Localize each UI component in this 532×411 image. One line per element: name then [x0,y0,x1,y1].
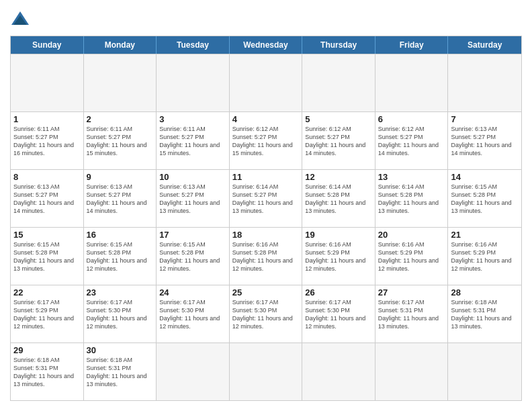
table-row: 13Sunrise: 6:14 AM Sunset: 5:28 PM Dayli… [375,170,449,227]
calendar-week-3: 15Sunrise: 6:15 AM Sunset: 5:28 PM Dayli… [11,227,521,285]
day-number: 13 [378,172,445,182]
day-info: Sunrise: 6:17 AM Sunset: 5:30 PM Dayligh… [159,298,226,331]
table-row: 25Sunrise: 6:17 AM Sunset: 5:30 PM Dayli… [230,285,303,342]
day-number: 20 [378,230,445,240]
day-info: Sunrise: 6:16 AM Sunset: 5:28 PM Dayligh… [232,240,300,273]
table-row: 9Sunrise: 6:13 AM Sunset: 5:27 PM Daylig… [84,170,157,227]
table-row [84,54,157,111]
table-row [11,54,84,111]
table-row: 21Sunrise: 6:16 AM Sunset: 5:29 PM Dayli… [448,228,521,285]
logo [10,10,33,30]
day-info: Sunrise: 6:11 AM Sunset: 5:27 PM Dayligh… [87,125,154,158]
day-info: Sunrise: 6:15 AM Sunset: 5:28 PM Dayligh… [13,240,81,273]
table-row [302,343,375,400]
day-number: 2 [87,114,154,124]
table-row [375,343,449,400]
day-info: Sunrise: 6:15 AM Sunset: 5:28 PM Dayligh… [451,183,519,216]
header-thursday: Thursday [302,36,375,54]
table-row: 28Sunrise: 6:18 AM Sunset: 5:31 PM Dayli… [448,285,521,342]
calendar-body: 1Sunrise: 6:11 AM Sunset: 5:27 PM Daylig… [11,54,521,400]
day-number: 29 [13,345,81,355]
day-info: Sunrise: 6:11 AM Sunset: 5:27 PM Dayligh… [159,125,226,158]
day-number: 3 [159,114,226,124]
table-row: 19Sunrise: 6:16 AM Sunset: 5:29 PM Dayli… [302,228,375,285]
day-number: 27 [378,287,445,298]
calendar-week-5: 29Sunrise: 6:18 AM Sunset: 5:31 PM Dayli… [11,342,521,400]
table-row: 20Sunrise: 6:16 AM Sunset: 5:29 PM Dayli… [375,228,449,285]
day-number: 15 [13,230,81,240]
day-info: Sunrise: 6:16 AM Sunset: 5:29 PM Dayligh… [451,240,519,273]
table-row: 7Sunrise: 6:13 AM Sunset: 5:27 PM Daylig… [448,112,521,169]
calendar-week-4: 22Sunrise: 6:17 AM Sunset: 5:29 PM Dayli… [11,285,521,342]
day-info: Sunrise: 6:18 AM Sunset: 5:31 PM Dayligh… [87,356,154,389]
day-number: 8 [13,172,81,182]
table-row: 2Sunrise: 6:11 AM Sunset: 5:27 PM Daylig… [84,112,157,169]
table-row [375,54,449,111]
table-row [302,54,375,111]
day-number: 21 [451,230,519,240]
table-row: 5Sunrise: 6:12 AM Sunset: 5:27 PM Daylig… [302,112,375,169]
table-row [157,54,230,111]
table-row: 24Sunrise: 6:17 AM Sunset: 5:30 PM Dayli… [157,285,230,342]
day-number: 12 [305,172,372,182]
header-monday: Monday [84,36,157,54]
table-row: 27Sunrise: 6:17 AM Sunset: 5:31 PM Dayli… [375,285,449,342]
day-number: 24 [159,287,226,298]
day-number: 1 [13,114,81,124]
day-number: 9 [87,172,154,182]
table-row: 26Sunrise: 6:17 AM Sunset: 5:30 PM Dayli… [302,285,375,342]
day-number: 25 [232,287,300,298]
day-info: Sunrise: 6:14 AM Sunset: 5:27 PM Dayligh… [232,183,300,216]
day-info: Sunrise: 6:11 AM Sunset: 5:27 PM Dayligh… [13,125,81,158]
day-number: 4 [232,114,300,124]
day-info: Sunrise: 6:16 AM Sunset: 5:29 PM Dayligh… [378,240,445,273]
day-info: Sunrise: 6:13 AM Sunset: 5:27 PM Dayligh… [13,183,81,216]
table-row: 4Sunrise: 6:12 AM Sunset: 5:27 PM Daylig… [230,112,303,169]
calendar-week-1: 1Sunrise: 6:11 AM Sunset: 5:27 PM Daylig… [11,111,521,169]
table-row [157,343,230,400]
day-info: Sunrise: 6:17 AM Sunset: 5:31 PM Dayligh… [378,298,445,331]
day-info: Sunrise: 6:18 AM Sunset: 5:31 PM Dayligh… [451,298,519,331]
calendar: Sunday Monday Tuesday Wednesday Thursday… [10,36,522,401]
table-row: 18Sunrise: 6:16 AM Sunset: 5:28 PM Dayli… [230,228,303,285]
day-number: 5 [305,114,372,124]
table-row: 17Sunrise: 6:15 AM Sunset: 5:28 PM Dayli… [157,228,230,285]
day-info: Sunrise: 6:17 AM Sunset: 5:30 PM Dayligh… [87,298,154,331]
day-info: Sunrise: 6:12 AM Sunset: 5:27 PM Dayligh… [378,125,445,158]
table-row [230,54,303,111]
table-row: 3Sunrise: 6:11 AM Sunset: 5:27 PM Daylig… [157,112,230,169]
day-info: Sunrise: 6:17 AM Sunset: 5:30 PM Dayligh… [305,298,372,331]
day-info: Sunrise: 6:15 AM Sunset: 5:28 PM Dayligh… [87,240,154,273]
table-row: 30Sunrise: 6:18 AM Sunset: 5:31 PM Dayli… [84,343,157,400]
table-row [448,343,521,400]
day-number: 28 [451,287,519,298]
day-info: Sunrise: 6:13 AM Sunset: 5:27 PM Dayligh… [87,183,154,216]
table-row: 14Sunrise: 6:15 AM Sunset: 5:28 PM Dayli… [448,170,521,227]
day-number: 30 [87,345,154,355]
logo-icon [10,10,30,30]
table-row [448,54,521,111]
table-row: 22Sunrise: 6:17 AM Sunset: 5:29 PM Dayli… [11,285,84,342]
table-row: 10Sunrise: 6:13 AM Sunset: 5:27 PM Dayli… [157,170,230,227]
day-number: 10 [159,172,226,182]
day-number: 18 [232,230,300,240]
day-info: Sunrise: 6:14 AM Sunset: 5:28 PM Dayligh… [378,183,445,216]
table-row: 6Sunrise: 6:12 AM Sunset: 5:27 PM Daylig… [375,112,449,169]
calendar-week-2: 8Sunrise: 6:13 AM Sunset: 5:27 PM Daylig… [11,169,521,227]
table-row: 12Sunrise: 6:14 AM Sunset: 5:28 PM Dayli… [302,170,375,227]
day-number: 11 [232,172,300,182]
table-row: 11Sunrise: 6:14 AM Sunset: 5:27 PM Dayli… [230,170,303,227]
day-number: 17 [159,230,226,240]
day-info: Sunrise: 6:13 AM Sunset: 5:27 PM Dayligh… [451,125,519,158]
table-row: 8Sunrise: 6:13 AM Sunset: 5:27 PM Daylig… [11,170,84,227]
page: Sunday Monday Tuesday Wednesday Thursday… [0,0,532,411]
day-info: Sunrise: 6:17 AM Sunset: 5:30 PM Dayligh… [232,298,300,331]
day-info: Sunrise: 6:14 AM Sunset: 5:28 PM Dayligh… [305,183,372,216]
header [10,10,522,30]
calendar-week-0 [11,54,521,111]
table-row: 1Sunrise: 6:11 AM Sunset: 5:27 PM Daylig… [11,112,84,169]
day-number: 14 [451,172,519,182]
header-tuesday: Tuesday [157,36,230,54]
table-row [230,343,303,400]
day-info: Sunrise: 6:18 AM Sunset: 5:31 PM Dayligh… [13,356,81,389]
